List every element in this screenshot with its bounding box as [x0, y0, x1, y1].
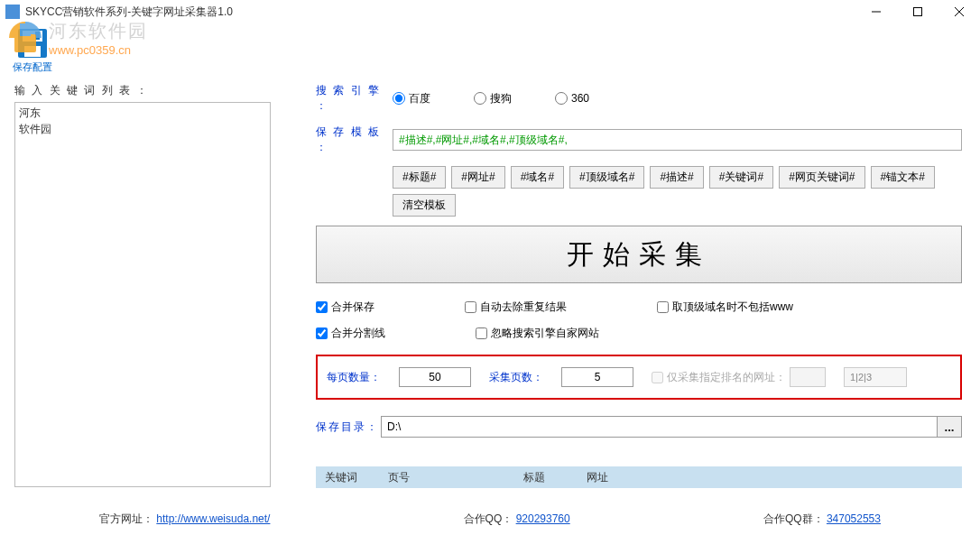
tag-url-button[interactable]: #网址#	[451, 166, 504, 189]
keyword-item: 软件园	[19, 121, 266, 137]
titlebar: SKYCC营销软件系列-关键字网址采集器1.0	[0, 0, 980, 23]
check-no-www[interactable]: 取顶级域名时不包括www	[657, 300, 793, 315]
result-table-header: 关键词 页号 标题 网址	[316, 466, 962, 488]
collect-params-box: 每页数量： 采集页数： 仅采集指定排名的网址： 1|2|3	[316, 355, 962, 400]
search-engine-radios: 百度 搜狗 360	[393, 91, 589, 106]
toolbar: 保存配置	[0, 23, 980, 78]
left-panel: 输 入 关 键 词 列 表 ： 河东 软件园	[0, 78, 280, 493]
pager-display: 1|2|3	[844, 367, 907, 387]
rank-only-checkbox	[652, 372, 663, 383]
svg-rect-9	[35, 32, 40, 40]
svg-rect-1	[914, 8, 922, 16]
col-url: 网址	[578, 470, 962, 485]
svg-rect-8	[24, 46, 41, 57]
save-dir-label: 保存目录：	[316, 420, 381, 435]
keyword-item: 河东	[19, 105, 266, 121]
footer-qq: 合作QQ： 920293760	[464, 512, 570, 527]
search-engine-label: 搜 索 引 擎 ：	[316, 83, 393, 114]
pages-input[interactable]	[561, 367, 633, 387]
template-input[interactable]	[393, 129, 962, 151]
check-merge-save[interactable]: 合并保存	[316, 300, 374, 315]
search-engine-row: 搜 索 引 擎 ： 百度 搜狗 360	[316, 83, 962, 114]
radio-360[interactable]: 360	[555, 92, 589, 105]
col-title: 标题	[514, 470, 578, 485]
check-row-2: 合并分割线 忽略搜索引擎自家网站	[316, 326, 962, 341]
col-keyword: 关键词	[316, 470, 379, 485]
window-controls	[855, 0, 980, 23]
tag-topdomain-button[interactable]: #顶级域名#	[569, 166, 644, 189]
app-icon	[5, 5, 20, 19]
tag-anchor-button[interactable]: #锚文本#	[871, 166, 935, 189]
check-merge-divider[interactable]: 合并分割线	[316, 326, 385, 341]
tag-page-keyword-button[interactable]: #网页关键词#	[779, 166, 864, 189]
check-auto-dedup[interactable]: 自动去除重复结果	[465, 300, 567, 315]
template-label: 保 存 模 板 ：	[316, 125, 393, 155]
tag-keyword-button[interactable]: #关键词#	[709, 166, 773, 189]
keyword-list-input[interactable]: 河东 软件园	[14, 102, 271, 487]
radio-sogou[interactable]: 搜狗	[474, 91, 512, 106]
template-tag-buttons: #标题# #网址# #域名# #顶级域名# #描述# #关键词# #网页关键词#…	[393, 166, 962, 217]
pages-label: 采集页数：	[489, 370, 543, 385]
template-row: 保 存 模 板 ：	[316, 125, 962, 155]
col-pageno: 页号	[379, 470, 514, 485]
radio-baidu[interactable]: 百度	[393, 91, 430, 106]
start-collect-button[interactable]: 开始采集	[316, 226, 962, 283]
clear-template-button[interactable]: 清空模板	[393, 194, 456, 217]
check-ignore-self[interactable]: 忽略搜索引擎自家网站	[476, 326, 599, 341]
official-site-link[interactable]: http://www.weisuda.net/	[156, 512, 270, 525]
keyword-list-label: 输 入 关 键 词 列 表 ：	[14, 83, 271, 98]
footer-qq-group: 合作QQ群： 347052553	[763, 512, 881, 527]
save-dir-input[interactable]	[381, 416, 938, 438]
footer: 官方网址： http://www.weisuda.net/ 合作QQ： 9202…	[0, 503, 980, 535]
rank-only-input	[790, 367, 826, 387]
per-page-label: 每页数量：	[327, 370, 381, 385]
content: 输 入 关 键 词 列 表 ： 河东 软件园 搜 索 引 擎 ： 百度 搜狗 3…	[0, 78, 980, 493]
window-title: SKYCC营销软件系列-关键字网址采集器1.0	[25, 5, 855, 20]
tag-domain-button[interactable]: #域名#	[511, 166, 564, 189]
save-config-button[interactable]: 保存配置	[9, 28, 56, 74]
footer-site: 官方网址： http://www.weisuda.net/	[99, 512, 270, 527]
minimize-button[interactable]	[855, 0, 897, 23]
floppy-icon	[17, 28, 48, 59]
qq-group-link[interactable]: 347052553	[827, 512, 881, 525]
save-config-label: 保存配置	[13, 60, 52, 74]
right-panel: 搜 索 引 擎 ： 百度 搜狗 360 保 存 模 板 ： #标题# #网址# …	[280, 78, 980, 493]
per-page-input[interactable]	[399, 367, 471, 387]
qq-link[interactable]: 920293760	[516, 512, 570, 525]
browse-dir-button[interactable]: ...	[937, 416, 962, 438]
rank-only-check: 仅采集指定排名的网址：	[652, 367, 826, 387]
tag-title-button[interactable]: #标题#	[393, 166, 446, 189]
check-row-1: 合并保存 自动去除重复结果 取顶级域名时不包括www	[316, 300, 962, 315]
tag-desc-button[interactable]: #描述#	[650, 166, 703, 189]
maximize-button[interactable]	[897, 0, 938, 23]
close-button[interactable]	[938, 0, 980, 23]
save-dir-row: 保存目录： ...	[316, 416, 962, 438]
